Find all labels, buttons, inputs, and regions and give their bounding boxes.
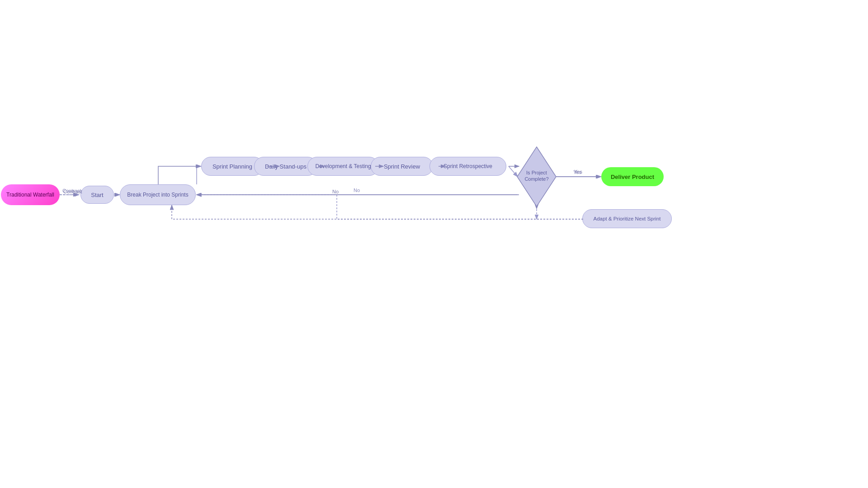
flow-svg (0, 0, 868, 488)
node-deliver-product[interactable]: Deliver Product (601, 167, 664, 186)
node-sprint-review[interactable]: Sprint Review (371, 157, 433, 176)
label-contrast: Contrast (63, 189, 82, 194)
svg-line-8 (509, 166, 518, 177)
node-dev-testing[interactable]: Development & Testing (307, 157, 379, 176)
diagram-canvas: Traditional Waterfall Start Break Projec… (0, 0, 868, 488)
label-yes: Yes (574, 169, 582, 174)
node-break-project[interactable]: Break Project into Sprints (120, 184, 196, 205)
node-traditional-waterfall[interactable]: Traditional Waterfall (1, 184, 60, 205)
label-no: No (332, 189, 339, 194)
node-adapt-prioritize[interactable]: Adapt & Prioritize Next Sprint (582, 209, 672, 228)
node-sprint-retro[interactable]: Sprint Retrospective (429, 157, 506, 176)
node-start[interactable]: Start (80, 186, 114, 204)
